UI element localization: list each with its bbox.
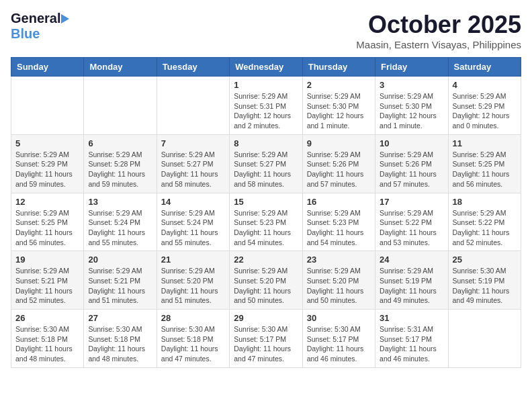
title-area: October 2025 Maasin, Eastern Visayas, Ph… (356, 11, 521, 50)
day-number: 7 (161, 138, 225, 148)
weekday-header-saturday: Saturday (448, 58, 521, 77)
week-row-3: 12Sunrise: 5:29 AMSunset: 5:25 PMDayligh… (11, 193, 521, 251)
day-info: Sunrise: 5:29 AMSunset: 5:31 PMDaylight:… (234, 91, 298, 131)
day-cell-19: 19Sunrise: 5:29 AMSunset: 5:21 PMDayligh… (11, 251, 84, 310)
logo-blue-text: Blue (11, 26, 40, 42)
day-info: Sunrise: 5:29 AMSunset: 5:24 PMDaylight:… (88, 208, 152, 248)
day-cell-15: 15Sunrise: 5:29 AMSunset: 5:23 PMDayligh… (230, 193, 302, 251)
day-cell-3: 3Sunrise: 5:29 AMSunset: 5:30 PMDaylight… (375, 77, 448, 135)
day-number: 26 (15, 313, 79, 323)
logo: General Blue (11, 11, 69, 42)
day-cell-22: 22Sunrise: 5:29 AMSunset: 5:20 PMDayligh… (230, 251, 302, 310)
day-info: Sunrise: 5:29 AMSunset: 5:27 PMDaylight:… (234, 150, 298, 189)
day-cell-13: 13Sunrise: 5:29 AMSunset: 5:24 PMDayligh… (84, 193, 157, 251)
day-number: 1 (234, 80, 298, 90)
day-info: Sunrise: 5:29 AMSunset: 5:28 PMDaylight:… (88, 150, 152, 189)
day-info: Sunrise: 5:29 AMSunset: 5:21 PMDaylight:… (15, 266, 79, 306)
week-row-4: 19Sunrise: 5:29 AMSunset: 5:21 PMDayligh… (11, 251, 521, 310)
day-number: 8 (234, 138, 298, 148)
day-number: 27 (88, 313, 152, 323)
day-number: 17 (380, 197, 443, 207)
location-title: Maasin, Eastern Visayas, Philippines (356, 39, 521, 50)
day-cell-29: 29Sunrise: 5:30 AMSunset: 5:17 PMDayligh… (230, 310, 302, 368)
day-cell-23: 23Sunrise: 5:29 AMSunset: 5:20 PMDayligh… (302, 251, 375, 310)
day-info: Sunrise: 5:30 AMSunset: 5:18 PMDaylight:… (161, 324, 225, 364)
day-info: Sunrise: 5:29 AMSunset: 5:30 PMDaylight:… (307, 91, 371, 131)
day-number: 16 (307, 197, 371, 207)
day-cell-16: 16Sunrise: 5:29 AMSunset: 5:23 PMDayligh… (302, 193, 375, 251)
day-number: 25 (453, 255, 517, 265)
day-info: Sunrise: 5:29 AMSunset: 5:21 PMDaylight:… (88, 266, 152, 306)
day-info: Sunrise: 5:29 AMSunset: 5:20 PMDaylight:… (307, 266, 371, 306)
day-info: Sunrise: 5:29 AMSunset: 5:22 PMDaylight:… (380, 208, 443, 248)
day-cell-24: 24Sunrise: 5:29 AMSunset: 5:19 PMDayligh… (375, 251, 448, 310)
day-info: Sunrise: 5:29 AMSunset: 5:20 PMDaylight:… (234, 266, 298, 306)
day-info: Sunrise: 5:29 AMSunset: 5:23 PMDaylight:… (234, 208, 298, 248)
week-row-5: 26Sunrise: 5:30 AMSunset: 5:18 PMDayligh… (11, 310, 521, 368)
day-number: 28 (161, 313, 225, 323)
day-number: 12 (15, 197, 79, 207)
calendar-table: SundayMondayTuesdayWednesdayThursdayFrid… (11, 57, 521, 368)
day-cell-7: 7Sunrise: 5:29 AMSunset: 5:27 PMDaylight… (157, 134, 229, 193)
day-cell-6: 6Sunrise: 5:29 AMSunset: 5:28 PMDaylight… (84, 134, 157, 193)
day-number: 14 (161, 197, 225, 207)
logo-arrow-icon (61, 14, 69, 24)
weekday-header-sunday: Sunday (11, 58, 84, 77)
day-number: 2 (307, 80, 371, 90)
day-cell-26: 26Sunrise: 5:30 AMSunset: 5:18 PMDayligh… (11, 310, 84, 368)
day-cell-10: 10Sunrise: 5:29 AMSunset: 5:26 PMDayligh… (375, 134, 448, 193)
day-cell-9: 9Sunrise: 5:29 AMSunset: 5:26 PMDaylight… (302, 134, 375, 193)
day-number: 11 (453, 138, 517, 148)
empty-cell (11, 77, 84, 135)
day-info: Sunrise: 5:29 AMSunset: 5:27 PMDaylight:… (161, 150, 225, 189)
day-cell-28: 28Sunrise: 5:30 AMSunset: 5:18 PMDayligh… (157, 310, 229, 368)
day-number: 13 (88, 197, 152, 207)
day-cell-11: 11Sunrise: 5:29 AMSunset: 5:25 PMDayligh… (448, 134, 521, 193)
day-number: 9 (307, 138, 371, 148)
week-row-1: 1Sunrise: 5:29 AMSunset: 5:31 PMDaylight… (11, 77, 521, 135)
day-cell-31: 31Sunrise: 5:31 AMSunset: 5:17 PMDayligh… (375, 310, 448, 368)
day-cell-2: 2Sunrise: 5:29 AMSunset: 5:30 PMDaylight… (302, 77, 375, 135)
empty-cell (84, 77, 157, 135)
day-number: 19 (15, 255, 79, 265)
day-info: Sunrise: 5:29 AMSunset: 5:30 PMDaylight:… (380, 91, 443, 131)
day-info: Sunrise: 5:29 AMSunset: 5:26 PMDaylight:… (307, 150, 371, 189)
day-number: 20 (88, 255, 152, 265)
weekday-header-row: SundayMondayTuesdayWednesdayThursdayFrid… (11, 58, 521, 77)
day-info: Sunrise: 5:30 AMSunset: 5:17 PMDaylight:… (234, 324, 298, 364)
weekday-header-thursday: Thursday (302, 58, 375, 77)
day-cell-17: 17Sunrise: 5:29 AMSunset: 5:22 PMDayligh… (375, 193, 448, 251)
day-info: Sunrise: 5:29 AMSunset: 5:25 PMDaylight:… (453, 150, 517, 189)
day-info: Sunrise: 5:30 AMSunset: 5:18 PMDaylight:… (15, 324, 79, 364)
day-info: Sunrise: 5:29 AMSunset: 5:22 PMDaylight:… (453, 208, 517, 248)
day-info: Sunrise: 5:30 AMSunset: 5:17 PMDaylight:… (307, 324, 371, 364)
day-cell-21: 21Sunrise: 5:29 AMSunset: 5:20 PMDayligh… (157, 251, 229, 310)
day-cell-14: 14Sunrise: 5:29 AMSunset: 5:24 PMDayligh… (157, 193, 229, 251)
day-cell-12: 12Sunrise: 5:29 AMSunset: 5:25 PMDayligh… (11, 193, 84, 251)
day-info: Sunrise: 5:30 AMSunset: 5:18 PMDaylight:… (88, 324, 152, 364)
day-number: 3 (380, 80, 443, 90)
empty-cell (157, 77, 229, 135)
day-cell-25: 25Sunrise: 5:30 AMSunset: 5:19 PMDayligh… (448, 251, 521, 310)
day-number: 21 (161, 255, 225, 265)
day-info: Sunrise: 5:30 AMSunset: 5:19 PMDaylight:… (453, 266, 517, 306)
day-cell-1: 1Sunrise: 5:29 AMSunset: 5:31 PMDaylight… (230, 77, 302, 135)
empty-cell (448, 310, 521, 368)
weekday-header-friday: Friday (375, 58, 448, 77)
weekday-header-monday: Monday (84, 58, 157, 77)
day-info: Sunrise: 5:29 AMSunset: 5:29 PMDaylight:… (453, 91, 517, 131)
day-number: 24 (380, 255, 443, 265)
day-info: Sunrise: 5:29 AMSunset: 5:23 PMDaylight:… (307, 208, 371, 248)
day-cell-27: 27Sunrise: 5:30 AMSunset: 5:18 PMDayligh… (84, 310, 157, 368)
header: General Blue October 2025 Maasin, Easter… (11, 11, 521, 50)
day-number: 31 (380, 313, 443, 323)
day-info: Sunrise: 5:29 AMSunset: 5:29 PMDaylight:… (15, 150, 79, 189)
day-cell-18: 18Sunrise: 5:29 AMSunset: 5:22 PMDayligh… (448, 193, 521, 251)
day-number: 15 (234, 197, 298, 207)
day-cell-4: 4Sunrise: 5:29 AMSunset: 5:29 PMDaylight… (448, 77, 521, 135)
day-number: 6 (88, 138, 152, 148)
day-info: Sunrise: 5:29 AMSunset: 5:24 PMDaylight:… (161, 208, 225, 248)
weekday-header-tuesday: Tuesday (157, 58, 229, 77)
day-number: 29 (234, 313, 298, 323)
day-cell-30: 30Sunrise: 5:30 AMSunset: 5:17 PMDayligh… (302, 310, 375, 368)
